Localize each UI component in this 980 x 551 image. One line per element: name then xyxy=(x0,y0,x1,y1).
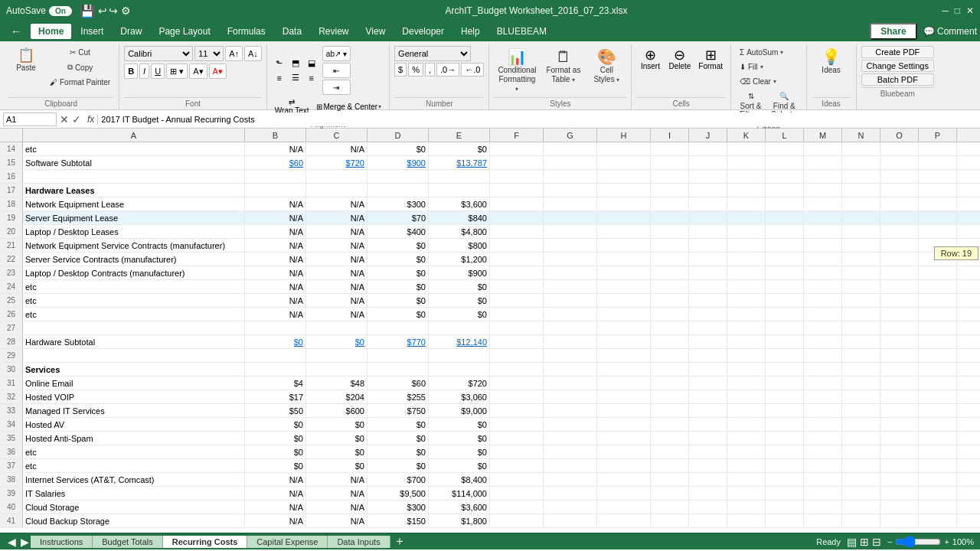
cell-l24[interactable] xyxy=(766,280,804,293)
cell-j23[interactable] xyxy=(689,266,727,279)
cell-i14[interactable] xyxy=(651,142,689,155)
cell-n35[interactable] xyxy=(842,432,880,445)
cell-n29[interactable] xyxy=(842,349,880,362)
cell-k40[interactable] xyxy=(727,500,766,514)
autosave-toggle[interactable]: On xyxy=(49,6,72,16)
table-row[interactable]: 31Online Email$4$48$60$720 xyxy=(0,377,980,390)
cell-a29[interactable] xyxy=(23,349,245,362)
cell-e33[interactable]: $9,000 xyxy=(429,404,490,417)
cell-f30[interactable] xyxy=(490,363,544,376)
cell-b21[interactable]: N/A xyxy=(245,239,306,252)
name-box[interactable] xyxy=(3,112,57,126)
cell-p24[interactable] xyxy=(919,280,957,293)
cell-f14[interactable] xyxy=(490,142,544,155)
cell-g37[interactable] xyxy=(544,459,597,472)
cell-c31[interactable]: $48 xyxy=(306,377,368,390)
cell-k14[interactable] xyxy=(727,142,766,155)
cell-d34[interactable]: $0 xyxy=(368,418,429,431)
cell-h18[interactable] xyxy=(597,197,651,210)
cell-k20[interactable] xyxy=(727,225,766,238)
cell-i25[interactable] xyxy=(651,294,689,307)
cell-d23[interactable]: $0 xyxy=(368,266,429,279)
cell-b31[interactable]: $4 xyxy=(245,377,306,390)
cell-n32[interactable] xyxy=(842,390,880,403)
cell-e26[interactable]: $0 xyxy=(429,308,490,321)
cell-c35[interactable]: $0 xyxy=(306,432,368,445)
cell-c20[interactable]: N/A xyxy=(306,225,368,238)
cell-g20[interactable] xyxy=(544,225,597,238)
cell-p23[interactable] xyxy=(919,266,957,279)
cell-h40[interactable] xyxy=(597,500,651,514)
cell-k31[interactable] xyxy=(727,377,766,390)
cell-i20[interactable] xyxy=(651,225,689,238)
cell-d35[interactable]: $0 xyxy=(368,432,429,445)
cell-a23[interactable]: Laptop / Desktop Contracts (manufacturer… xyxy=(23,266,245,279)
cell-f27[interactable] xyxy=(490,321,544,334)
table-row[interactable]: 24etcN/AN/A$0$0 xyxy=(0,280,980,294)
cell-h39[interactable] xyxy=(597,487,651,500)
cell-j34[interactable] xyxy=(689,418,727,431)
scroll-right-button[interactable]: ▶ xyxy=(19,536,31,548)
cell-d17[interactable] xyxy=(368,184,429,197)
sheet-tab-budget-totals[interactable]: Budget Totals xyxy=(93,536,162,548)
cell-g19[interactable] xyxy=(544,211,597,224)
cell-a36[interactable]: etc xyxy=(23,445,245,458)
cell-d40[interactable]: $300 xyxy=(368,500,429,514)
cell-p19[interactable] xyxy=(919,211,957,224)
cell-h29[interactable] xyxy=(597,349,651,362)
cell-p15[interactable] xyxy=(919,156,957,169)
cell-g38[interactable] xyxy=(544,473,597,486)
cell-g27[interactable] xyxy=(544,321,597,334)
cell-i31[interactable] xyxy=(651,377,689,390)
menu-data[interactable]: Data xyxy=(275,24,309,39)
cell-l37[interactable] xyxy=(766,459,804,472)
cell-k41[interactable] xyxy=(727,514,766,527)
cell-e27[interactable] xyxy=(429,321,490,334)
align-left-button[interactable]: ≡ xyxy=(272,71,287,85)
save-icon[interactable]: 💾 xyxy=(80,4,95,18)
cell-j32[interactable] xyxy=(689,390,727,403)
cell-g40[interactable] xyxy=(544,500,597,514)
table-row[interactable]: 33Managed IT Services$50$600$750$9,000 xyxy=(0,404,980,418)
cell-d21[interactable]: $0 xyxy=(368,239,429,252)
scroll-left-button[interactable]: ◀ xyxy=(6,536,18,548)
cell-j19[interactable] xyxy=(689,211,727,224)
cell-f31[interactable] xyxy=(490,377,544,390)
zoom-out-button[interactable]: − xyxy=(887,537,892,546)
cell-d31[interactable]: $60 xyxy=(368,377,429,390)
align-center-button[interactable]: ☰ xyxy=(288,71,303,85)
col-header-a[interactable]: A xyxy=(23,129,245,142)
cell-o22[interactable] xyxy=(880,253,919,266)
cell-b22[interactable]: N/A xyxy=(245,253,306,266)
table-row[interactable]: 34Hosted AV$0$0$0$0 xyxy=(0,418,980,432)
cell-j16[interactable] xyxy=(689,170,727,183)
cell-h19[interactable] xyxy=(597,211,651,224)
cell-k34[interactable] xyxy=(727,418,766,431)
cell-j18[interactable] xyxy=(689,197,727,210)
cell-i35[interactable] xyxy=(651,432,689,445)
cell-g35[interactable] xyxy=(544,432,597,445)
cell-f16[interactable] xyxy=(490,170,544,183)
format-as-table-button[interactable]: 🗒 Format asTable ▾ xyxy=(543,46,583,86)
cell-j29[interactable] xyxy=(689,349,727,362)
cell-h32[interactable] xyxy=(597,390,651,403)
cell-o41[interactable] xyxy=(880,514,919,527)
cell-m17[interactable] xyxy=(804,184,842,197)
cell-e21[interactable]: $800 xyxy=(429,239,490,252)
cell-c36[interactable]: $0 xyxy=(306,445,368,458)
increase-font-button[interactable]: A↑ xyxy=(225,46,243,61)
cell-i34[interactable] xyxy=(651,418,689,431)
table-row[interactable]: 19Server Equipment LeaseN/AN/A$70$840 xyxy=(0,211,980,225)
table-row[interactable]: 39IT SalariesN/AN/A$9,500$114,000 xyxy=(0,487,980,500)
insert-cells-button[interactable]: ⊕ Insert xyxy=(636,46,664,73)
cell-g33[interactable] xyxy=(544,404,597,417)
increase-decimal-button[interactable]: .0→ xyxy=(436,63,459,77)
cell-h25[interactable] xyxy=(597,294,651,307)
cell-l35[interactable] xyxy=(766,432,804,445)
cell-c21[interactable]: N/A xyxy=(306,239,368,252)
cell-o31[interactable] xyxy=(880,377,919,390)
table-row[interactable]: 38Internet Services (AT&T, Comcast)N/AN/… xyxy=(0,473,980,487)
cell-j24[interactable] xyxy=(689,280,727,293)
cell-h31[interactable] xyxy=(597,377,651,390)
menu-developer[interactable]: Developer xyxy=(394,24,452,39)
